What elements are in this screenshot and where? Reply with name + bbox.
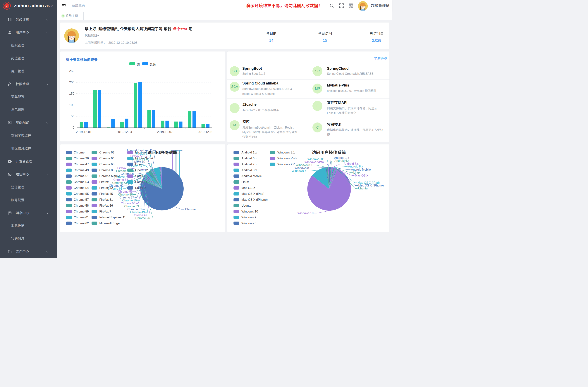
svg-text:Chrome 47: Chrome 47 [132, 214, 147, 217]
svg-text:Windows 10: Windows 10 [297, 212, 313, 215]
svg-text:Chrome 51: Chrome 51 [74, 174, 89, 178]
svg-text:Ubuntu: Ubuntu [241, 204, 251, 207]
svg-text:Chrome Mobile: Chrome Mobile [99, 174, 120, 178]
svg-text:Windows 8.1: Windows 8.1 [295, 163, 313, 166]
svg-text:Mac OS X: Mac OS X [355, 174, 368, 177]
svg-text:Android 8.x: Android 8.x [241, 168, 257, 172]
svg-text:Opera 12: Opera 12 [135, 168, 148, 172]
svg-text:Mac OS X (iPhone): Mac OS X (iPhone) [358, 184, 384, 187]
svg-text:Chrome 26: Chrome 26 [74, 157, 89, 160]
svg-text:Windows 10: Windows 10 [241, 210, 258, 213]
svg-text:Android 8.x: Android 8.x [348, 165, 363, 168]
svg-text:Chrome 8: Chrome 8 [99, 168, 113, 172]
svg-text:Mac OS X (iPad): Mac OS X (iPad) [241, 192, 264, 195]
svg-text:Firefox 51: Firefox 51 [99, 198, 113, 201]
svg-text:Linux: Linux [353, 171, 360, 174]
svg-text:Chrome 55: Chrome 55 [74, 192, 89, 195]
svg-text:Chrome 54: Chrome 54 [74, 186, 89, 189]
svg-text:Linux: Linux [241, 180, 249, 183]
svg-text:Android 6.x: Android 6.x [241, 157, 257, 160]
svg-text:Firefox 56: Firefox 56 [99, 204, 113, 207]
svg-text:Chrome 62: Chrome 62 [74, 222, 89, 225]
svg-text:Chrome: Chrome [74, 151, 84, 154]
svg-text:Opera: Opera [135, 163, 144, 166]
svg-text:250: 250 [69, 69, 74, 73]
svg-text:Firefox 42: Firefox 42 [99, 186, 113, 189]
svg-text:Chrome: Chrome [185, 208, 196, 211]
svg-text:Windows XP: Windows XP [307, 158, 324, 161]
svg-text:Windows 7: Windows 7 [241, 216, 256, 219]
svg-text:Chrome 53: Chrome 53 [124, 205, 139, 208]
svg-text:Chrome 57: Chrome 57 [74, 198, 89, 201]
svg-text:Chrome 65: Chrome 65 [99, 163, 114, 166]
svg-text:Chrome 55: Chrome 55 [122, 199, 137, 202]
svg-text:Windows XP: Windows XP [277, 163, 294, 166]
svg-text:Windows 7: Windows 7 [292, 169, 306, 172]
svg-text:Chrome 59: Chrome 59 [74, 210, 89, 213]
svg-text:Android Mobile: Android Mobile [351, 168, 371, 171]
svg-text:Chrome 64: Chrome 64 [113, 178, 128, 181]
svg-text:Chrome 49: Chrome 49 [74, 168, 89, 172]
svg-text:200: 200 [69, 81, 74, 84]
svg-text:Chrome 58: Chrome 58 [118, 193, 133, 196]
svg-text:Mac OS X: Mac OS X [241, 186, 255, 189]
svg-text:Mobile Safari: Mobile Safari [135, 157, 153, 160]
svg-text:Microsoft Edge: Microsoft Edge [99, 222, 120, 225]
svg-text:Firefox 7: Firefox 7 [99, 210, 111, 213]
svg-text:150: 150 [69, 92, 74, 95]
svg-text:访问用户浏览器: 访问用户浏览器 [147, 150, 177, 155]
svg-text:Chrome 26: Chrome 26 [135, 217, 150, 220]
svg-text:Android Mobile: Android Mobile [241, 174, 262, 178]
svg-text:2019-12-01: 2019-12-01 [76, 130, 91, 134]
svg-text:Windows Vista: Windows Vista [277, 157, 297, 160]
svg-text:Safari 11: Safari 11 [135, 180, 147, 183]
svg-text:Android 7.x: Android 7.x [241, 163, 257, 166]
svg-text:Android 1.x: Android 1.x [241, 151, 257, 154]
svg-text:Firefox: Firefox [117, 166, 126, 170]
svg-text:Firefox 45: Firefox 45 [99, 192, 113, 195]
svg-text:Windows 8: Windows 8 [294, 166, 309, 169]
svg-text:Chrome 51: Chrome 51 [127, 208, 142, 211]
svg-text:访问用户操作系统: 访问用户操作系统 [312, 150, 346, 155]
svg-text:0: 0 [73, 126, 74, 129]
svg-text:Internet Explorer 11: Internet Explorer 11 [99, 216, 126, 219]
svg-text:Chrome 47: Chrome 47 [74, 163, 89, 166]
svg-text:Windows Vista: Windows Vista [304, 161, 324, 164]
svg-text:Ubuntu: Ubuntu [358, 187, 368, 190]
svg-text:Chrome 58: Chrome 58 [74, 204, 89, 207]
svg-text:Chrome 53: Chrome 53 [74, 180, 89, 183]
svg-text:2019-12-07: 2019-12-07 [157, 130, 172, 134]
svg-text:2019-12-10: 2019-12-10 [198, 130, 213, 134]
svg-text:Safari 9: Safari 9 [135, 186, 146, 189]
svg-text:2019-12-04: 2019-12-04 [116, 130, 132, 134]
svg-text:Firefox: Firefox [99, 180, 109, 183]
svg-text:Windows 8.1: Windows 8.1 [277, 151, 295, 154]
svg-text:Chrome 61: Chrome 61 [74, 216, 89, 219]
svg-text:Chrome 63: Chrome 63 [99, 151, 114, 154]
svg-text:Android 1.x: Android 1.x [334, 156, 349, 159]
svg-text:Safari: Safari [135, 174, 143, 178]
svg-text:16): 16) [177, 151, 181, 154]
svg-text:50: 50 [71, 115, 74, 118]
svg-text:Mac OS X (iPhone): Mac OS X (iPhone) [241, 198, 268, 201]
svg-text:Chrome 64: Chrome 64 [99, 157, 114, 160]
svg-text:Android 6.x: Android 6.x [335, 159, 349, 162]
svg-text:100: 100 [69, 103, 74, 107]
svg-text:Z: Z [6, 4, 8, 8]
svg-text:Windows 8: Windows 8 [241, 222, 256, 225]
